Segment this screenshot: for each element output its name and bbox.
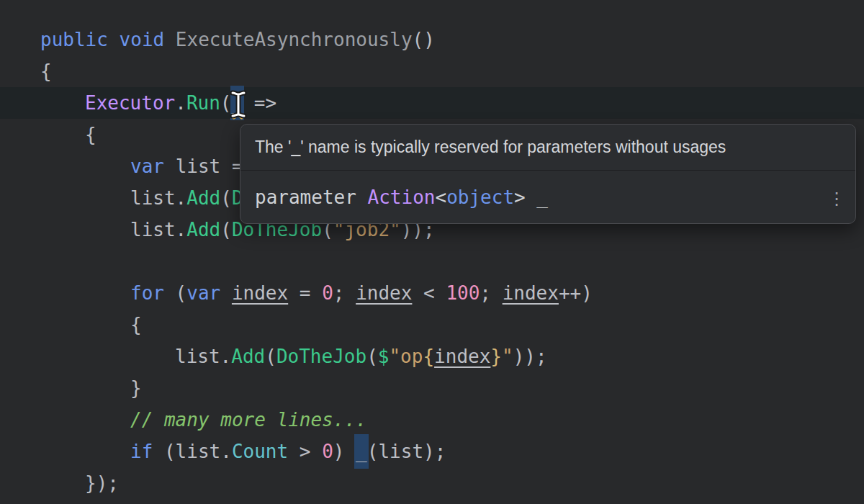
code-token: 0 bbox=[322, 282, 333, 304]
code-token: 100 bbox=[446, 282, 480, 304]
code-token: ; bbox=[480, 282, 502, 304]
code-token: list. bbox=[130, 187, 186, 209]
code-line[interactable]: for (var index = 0; index < 100; index++… bbox=[130, 277, 593, 309]
code-token: { bbox=[130, 314, 142, 336]
code-token: list. bbox=[175, 346, 231, 367]
code-token: ( bbox=[220, 187, 232, 209]
code-token: ; bbox=[333, 282, 356, 304]
code-token: ( bbox=[164, 282, 186, 304]
inspection-message: The '_' name is typically reserved for p… bbox=[240, 125, 855, 171]
code-token: )); bbox=[513, 346, 547, 367]
code-token: { bbox=[85, 124, 96, 145]
code-token: object bbox=[446, 186, 514, 208]
code-token: index bbox=[434, 346, 490, 367]
kebab-ellipsis-icon: ⋮ bbox=[828, 189, 845, 209]
code-line[interactable]: var list = bbox=[130, 150, 243, 182]
code-token: () bbox=[413, 29, 435, 50]
code-token: }); bbox=[85, 472, 119, 494]
code-token: = bbox=[288, 282, 322, 304]
code-token: if bbox=[130, 441, 153, 462]
code-token bbox=[220, 282, 232, 304]
code-token: Add bbox=[186, 219, 220, 240]
code-token: Add bbox=[186, 187, 220, 209]
code-token: " bbox=[502, 346, 513, 367]
code-line[interactable]: { bbox=[130, 309, 142, 341]
code-token: 0 bbox=[322, 441, 333, 462]
code-token: index bbox=[503, 282, 559, 304]
code-token: index bbox=[232, 282, 288, 304]
code-token: Count bbox=[232, 441, 288, 462]
code-token: $ bbox=[378, 346, 390, 367]
code-token: index bbox=[356, 282, 412, 304]
code-token: "op bbox=[389, 346, 423, 367]
code-token: list. bbox=[130, 219, 186, 240]
code-token: ExecuteAsynchronously bbox=[176, 29, 413, 50]
code-token: > bbox=[288, 441, 322, 462]
code-token bbox=[108, 29, 120, 50]
code-token: Executor bbox=[85, 92, 175, 114]
code-token bbox=[164, 29, 176, 50]
code-token: < bbox=[435, 186, 446, 208]
code-token: void bbox=[120, 29, 165, 50]
code-token: > bbox=[514, 186, 526, 208]
code-token: for bbox=[130, 282, 164, 304]
code-token: { bbox=[423, 346, 434, 367]
message-prefix: The ' bbox=[255, 138, 291, 157]
inspection-tooltip: The '_' name is typically reserved for p… bbox=[240, 124, 856, 224]
code-token bbox=[164, 156, 176, 177]
code-token: public bbox=[40, 29, 108, 50]
code-token: { bbox=[40, 60, 52, 82]
code-token: // many more lines... bbox=[130, 409, 367, 431]
code-line[interactable]: { bbox=[85, 119, 96, 150]
code-token: ( bbox=[220, 219, 232, 240]
parameter-signature: parameter Action<object> _ bbox=[240, 171, 855, 223]
code-line[interactable]: list.Add(DoTheJob($"op{index}")); bbox=[175, 341, 547, 372]
code-token: ( bbox=[265, 346, 276, 367]
code-token: list bbox=[176, 156, 221, 177]
code-token: } bbox=[490, 346, 502, 367]
code-token: var bbox=[130, 156, 164, 177]
code-token: } bbox=[130, 377, 142, 399]
code-line[interactable]: } bbox=[130, 372, 142, 404]
code-token: DoTheJob bbox=[276, 346, 366, 367]
message-param-name: _ bbox=[291, 138, 300, 157]
code-token: (list. bbox=[153, 441, 232, 462]
code-token: var bbox=[186, 282, 220, 304]
code-token: Action bbox=[368, 186, 436, 208]
code-token: ) bbox=[333, 441, 356, 462]
code-token: ++) bbox=[559, 282, 593, 304]
code-token: . bbox=[175, 92, 186, 114]
ibeam-cursor bbox=[228, 89, 249, 122]
code-token: parameter bbox=[255, 186, 368, 208]
code-token: ( bbox=[366, 346, 378, 367]
code-line[interactable]: if (list.Count > 0) _(list); bbox=[130, 436, 446, 467]
code-token: < bbox=[412, 282, 446, 304]
message-suffix: ' name is typically reserved for paramet… bbox=[300, 138, 726, 157]
more-actions-button[interactable]: ⋮ bbox=[828, 184, 845, 213]
code-token: Run bbox=[186, 92, 220, 114]
highlighted-parameter-usage: _ bbox=[356, 441, 367, 462]
code-token: Add bbox=[231, 346, 265, 367]
code-token: _ bbox=[526, 186, 548, 208]
code-line[interactable]: }); bbox=[85, 467, 119, 499]
code-line[interactable]: // many more lines... bbox=[130, 404, 367, 436]
code-line[interactable]: list.Add(D bbox=[130, 182, 243, 214]
code-line[interactable]: { bbox=[40, 55, 52, 87]
code-token: (list); bbox=[367, 441, 446, 462]
code-editor[interactable]: public void ExecuteAsynchronously(){Exec… bbox=[0, 0, 864, 504]
code-line[interactable]: public void ExecuteAsynchronously() bbox=[40, 24, 435, 55]
